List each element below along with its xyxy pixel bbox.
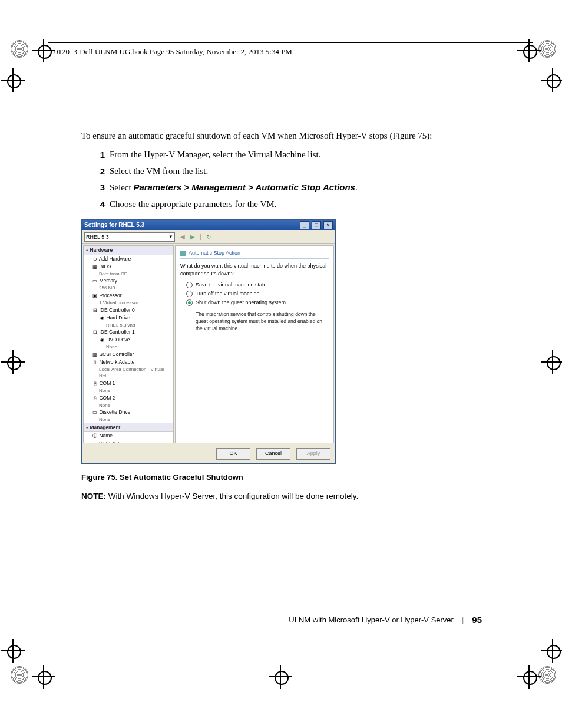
- step-text: From the Hyper-V Manager, select the Vir…: [110, 149, 482, 162]
- register-mark-icon: [35, 42, 52, 59]
- ok-button[interactable]: OK: [216, 448, 250, 460]
- dialog-titlebar: Settings for RHEL 5.3 _ □ ×: [82, 220, 335, 231]
- tree-bios[interactable]: ▦ BIOS: [84, 263, 173, 271]
- tree-name[interactable]: ⓘ Name: [84, 432, 173, 440]
- radio-turn-off[interactable]: Turn off the virtual machine: [186, 290, 329, 298]
- management-section-header: «Management: [84, 423, 173, 433]
- register-mark-icon: [544, 643, 561, 659]
- radio-label: Save the virtual machine state: [196, 281, 267, 289]
- settings-tree: «Hardware ⊕ Add Hardware ▦ BIOS Boot fro…: [83, 245, 174, 443]
- vm-selector-dropdown[interactable]: RHEL 5.3 ▼: [84, 232, 175, 242]
- step-2: 2 Select the VM from the list.: [92, 165, 482, 178]
- register-mark-icon: [544, 72, 561, 88]
- chevron-down-icon: ▼: [168, 233, 173, 241]
- intro-text: To ensure an automatic graceful shutdown…: [81, 130, 482, 143]
- register-mark-icon: [5, 354, 21, 370]
- register-mark-icon: [521, 42, 537, 59]
- step3-prefix: Select: [110, 183, 133, 192]
- radio-label: Shut down the guest operating system: [196, 299, 286, 307]
- hardware-section-header: «Hardware: [84, 246, 173, 255]
- tree-ide0[interactable]: ⊟ IDE Controller 0: [84, 307, 173, 314]
- tree-processor-sub: 1 Virtual processor: [84, 299, 173, 307]
- step-number: 1: [92, 149, 110, 162]
- dialog-title: Settings for RHEL 5.3: [84, 221, 144, 230]
- tree-com1[interactable]: ⎘ COM 1: [84, 380, 173, 387]
- radio-icon: [186, 299, 193, 306]
- step3-menupath: Parameters > Management > Automatic Stop…: [133, 182, 355, 192]
- stop-action-icon: [180, 251, 186, 256]
- step-text: Select the VM from the list.: [110, 165, 482, 178]
- dropdown-value: RHEL 5.3: [86, 233, 109, 241]
- dialog-toolbar: RHEL 5.3 ▼ ◀ ▶ | ↻: [82, 230, 335, 243]
- running-head: 0120_3-Dell ULNM UG.book Page 95 Saturda…: [54, 47, 292, 57]
- tree-diskette-sub: None: [84, 416, 173, 423]
- page-footer: ULNM with Microsoft Hyper-V or Hyper-V S…: [81, 615, 482, 625]
- tree-scsi[interactable]: ▦ SCSI Controller: [84, 351, 173, 358]
- group-title: Automatic Stop Action: [180, 249, 329, 259]
- figure-caption: Figure 75. Set Automatic Graceful Shutdo…: [81, 472, 482, 483]
- register-mark-icon: [544, 354, 561, 370]
- settings-detail-pane: Automatic Stop Action What do you want t…: [175, 245, 334, 443]
- header-rule: [48, 42, 533, 43]
- radio-label: Turn off the virtual machine: [196, 290, 260, 298]
- step-4: 4 Choose the appropriate parameters for …: [92, 198, 482, 211]
- step-1: 1 From the Hyper-V Manager, select the V…: [92, 149, 482, 162]
- footer-section: ULNM with Microsoft Hyper-V or Hyper-V S…: [289, 615, 454, 624]
- crop-ornament: [11, 40, 28, 58]
- prompt-text: What do you want this virtual machine to…: [180, 262, 329, 278]
- tree-network-sub: Local Area Connection - Virtual Net...: [84, 366, 173, 380]
- tree-memory-sub: 256 MB: [84, 285, 173, 292]
- nav-sep: |: [200, 233, 201, 240]
- tree-ide1[interactable]: ⊟ IDE Controller 1: [84, 328, 173, 336]
- step-3: 3 Select Parameters > Management > Autom…: [92, 181, 482, 195]
- tree-dvd-sub: None: [84, 344, 173, 351]
- hint-text: The integration service that controls sh…: [196, 311, 325, 332]
- note-line: NOTE: With Windows Hyper-V Server, this …: [81, 490, 482, 502]
- dialog-button-row: OK Cancel Apply: [82, 444, 335, 463]
- tree-network[interactable]: ▯ Network Adapter: [84, 358, 173, 366]
- tree-processor[interactable]: ▣ Processor: [84, 292, 173, 299]
- nav-forward-icon[interactable]: ▶: [190, 233, 195, 240]
- minimize-icon[interactable]: _: [300, 221, 309, 229]
- step-number: 3: [92, 181, 110, 195]
- nav-back-icon[interactable]: ◀: [180, 233, 185, 240]
- register-mark-icon: [5, 72, 21, 88]
- crop-ornament: [538, 40, 556, 58]
- step3-suffix: .: [355, 183, 358, 192]
- radio-icon: [186, 291, 193, 297]
- tree-name-sub: RHEL 5.3: [84, 440, 173, 443]
- tree-bios-sub: Boot from CD: [84, 271, 173, 278]
- refresh-icon[interactable]: ↻: [206, 233, 211, 240]
- radio-icon: [186, 282, 193, 288]
- maximize-icon[interactable]: □: [312, 221, 321, 229]
- register-mark-icon: [5, 643, 21, 659]
- settings-dialog: Settings for RHEL 5.3 _ □ × RHEL 5.3 ▼ ◀…: [81, 219, 336, 465]
- register-mark-icon: [35, 668, 52, 685]
- note-label: NOTE:: [81, 492, 106, 500]
- tree-harddrive[interactable]: ◉ Hard Drive: [84, 314, 173, 322]
- tree-memory[interactable]: ▭ Memory: [84, 277, 173, 285]
- close-icon[interactable]: ×: [323, 221, 333, 229]
- tree-harddrive-sub: RHEL 5.3.vhd: [84, 322, 173, 329]
- tree-dvd[interactable]: ◉ DVD Drive: [84, 336, 173, 344]
- step-text: Select Parameters > Management > Automat…: [110, 181, 482, 195]
- register-mark-icon: [521, 668, 537, 685]
- apply-button[interactable]: Apply: [296, 448, 330, 460]
- cancel-button[interactable]: Cancel: [256, 448, 290, 460]
- note-text: With Windows Hyper-V Server, this config…: [106, 492, 358, 500]
- radio-save-state[interactable]: Save the virtual machine state: [186, 281, 329, 289]
- step-number: 4: [92, 198, 110, 211]
- crop-ornament: [538, 666, 556, 684]
- footer-separator: |: [462, 615, 464, 624]
- crop-ornament: [11, 666, 28, 684]
- tree-com2[interactable]: ⎘ COM 2: [84, 394, 173, 402]
- tree-com1-sub: None: [84, 387, 173, 394]
- step-number: 2: [92, 165, 110, 178]
- tree-add-hardware[interactable]: ⊕ Add Hardware: [84, 255, 173, 263]
- page-number: 95: [472, 615, 482, 625]
- tree-com2-sub: None: [84, 402, 173, 409]
- radio-shutdown-guest[interactable]: Shut down the guest operating system: [186, 299, 329, 307]
- step-text: Choose the appropriate parameters for th…: [110, 198, 482, 211]
- tree-diskette[interactable]: ▭ Diskette Drive: [84, 409, 173, 416]
- register-mark-icon: [272, 668, 289, 685]
